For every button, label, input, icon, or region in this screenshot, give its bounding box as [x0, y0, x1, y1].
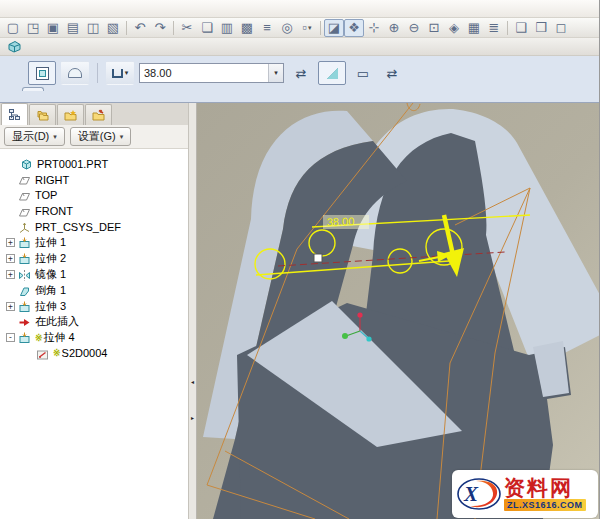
tree-item-extrude-2[interactable]: + 拉伸 2 [4, 251, 188, 267]
menu-info[interactable] [74, 8, 88, 10]
collapse-panel-arrow[interactable]: ◂ [189, 377, 196, 387]
tree-item-extrude-4[interactable]: - ※ 拉伸 4 [4, 330, 188, 346]
tree-item-label[interactable]: PRT0001.PRT [37, 158, 108, 170]
new-file-button[interactable]: ▢ [3, 19, 23, 37]
expand-panel-arrow[interactable]: ▸ [189, 413, 196, 423]
cut-button[interactable]: ✂ [177, 19, 197, 37]
tree-item-label[interactable]: S2D0004 [62, 347, 108, 359]
paste-special-button[interactable]: ▩ [237, 19, 257, 37]
copy-button[interactable]: ❏ [197, 19, 217, 37]
remove-material-button[interactable] [318, 61, 346, 85]
extrude-tool-icon[interactable] [4, 38, 24, 56]
menu-file[interactable] [4, 8, 18, 10]
open-file-button[interactable]: ◳ [23, 19, 43, 37]
depth-value-dropdown[interactable]: ▾ [268, 64, 283, 82]
menu-applications[interactable] [88, 8, 102, 10]
tree-item-front-plane[interactable]: FRONT [4, 203, 188, 219]
redo-button[interactable]: ↷ [150, 19, 170, 37]
tree-item-label[interactable]: 倒角 1 [35, 283, 66, 298]
dashboard-separator [97, 63, 98, 83]
axis-point-green [342, 333, 348, 339]
dashboard-tab-placement[interactable] [22, 87, 44, 91]
show-button[interactable]: 显示(D) [4, 127, 65, 146]
drag-handle[interactable] [314, 254, 322, 262]
print-button[interactable]: ▤ [63, 19, 83, 37]
tree-item-label[interactable]: 在此插入 [35, 314, 79, 329]
depth-value-input[interactable] [140, 64, 268, 82]
save-button[interactable]: ▣ [43, 19, 63, 37]
send-email-button[interactable]: ▧ [103, 19, 123, 37]
paste-button[interactable]: ▥ [217, 19, 237, 37]
menu-window[interactable] [116, 8, 130, 10]
menu-tools[interactable] [102, 8, 116, 10]
graphics-viewport[interactable]: 38.00 [197, 103, 600, 519]
tree-expander[interactable]: + [6, 270, 15, 279]
zoom-out-button[interactable]: ⊖ [404, 19, 424, 37]
menu-insert[interactable] [46, 8, 60, 10]
tab-folder-browser[interactable] [29, 104, 56, 125]
menu-view[interactable] [32, 8, 46, 10]
panel-splitter[interactable]: ◂ ▸ [189, 103, 197, 519]
tree-item-label[interactable]: 镜像 1 [35, 267, 66, 282]
dashboard-tab-options[interactable] [46, 87, 68, 91]
wireframe-view-button[interactable]: ❑ [511, 19, 531, 37]
find-button[interactable]: ◎ [277, 19, 297, 37]
undo-button[interactable]: ↶ [130, 19, 150, 37]
tree-item-icon [18, 300, 32, 313]
tree-expander[interactable]: + [6, 254, 15, 263]
tree-item-mirror-1[interactable]: + 镜像 1 [4, 267, 188, 283]
repaint-button[interactable]: ◪ [324, 19, 344, 37]
flip-direction-button[interactable]: ⇄ [289, 61, 313, 85]
tree-item-label[interactable]: 拉伸 1 [35, 235, 66, 250]
tree-item-right-plane[interactable]: RIGHT [4, 172, 188, 188]
shaded-view-button[interactable]: ◻ [551, 19, 571, 37]
tree-item-label[interactable]: 拉伸 2 [35, 251, 66, 266]
tree-item-label[interactable]: FRONT [35, 205, 73, 217]
flip-material-side-button[interactable]: ⇄ [380, 61, 404, 85]
depth-type-button[interactable]: ▾ [106, 61, 134, 85]
selection-filter-dropdown[interactable]: ▫ [297, 19, 317, 37]
main-toolbar: ▢◳▣▤◫▧↶↷✂❏▥▩≡◎▫◪❖⊹⊕⊖⊡◈▦≣❑❒◻ [0, 18, 600, 38]
menu-analysis[interactable] [60, 8, 74, 10]
watermark-site-name: 资料网 [504, 477, 586, 499]
tree-item-insert-here[interactable]: 在此插入 [4, 314, 188, 330]
toolbar-separator [507, 21, 508, 35]
tab-model-tree[interactable] [1, 103, 28, 125]
menu-edit[interactable] [18, 8, 32, 10]
dashboard-tab-properties[interactable] [70, 87, 92, 91]
tree-item-label[interactable]: RIGHT [35, 174, 69, 186]
view-manager-button[interactable]: ▦ [464, 19, 484, 37]
tree-item-chamfer-1[interactable]: 倒角 1 [4, 282, 188, 298]
tree-item-top-plane[interactable]: TOP [4, 188, 188, 204]
tab-favorites[interactable] [57, 104, 84, 125]
tree-item-label[interactable]: PRT_CSYS_DEF [35, 221, 121, 233]
layers-button[interactable]: ≣ [484, 19, 504, 37]
hidden-line-view-button[interactable]: ❒ [531, 19, 551, 37]
orientation-button[interactable]: ⊹ [364, 19, 384, 37]
select-list-button[interactable]: ≡ [257, 19, 277, 37]
tree-expander[interactable]: + [6, 302, 15, 311]
refit-button[interactable]: ⊡ [424, 19, 444, 37]
tree-item-extrude-1[interactable]: + 拉伸 1 [4, 235, 188, 251]
solid-button[interactable] [28, 61, 56, 85]
thicken-sketch-button[interactable]: ▭ [351, 61, 375, 85]
tree-expander[interactable]: - [6, 333, 15, 342]
menu-help[interactable] [130, 8, 144, 10]
tree-item-sketch[interactable]: ※ S2D0004 [4, 346, 188, 362]
surface-button[interactable] [61, 61, 89, 85]
spin-center-button[interactable]: ❖ [344, 19, 364, 37]
tree-item-csys[interactable]: PRT_CSYS_DEF [4, 219, 188, 235]
zoom-in-button[interactable]: ⊕ [384, 19, 404, 37]
tab-history[interactable] [85, 104, 112, 125]
settings-button[interactable]: 设置(G) [70, 127, 131, 146]
tree-item-label[interactable]: TOP [35, 189, 57, 201]
saved-views-button[interactable]: ◈ [444, 19, 464, 37]
tree-item-extrude-3[interactable]: + 拉伸 3 [4, 298, 188, 314]
feature-toolbar [0, 38, 600, 56]
tree-item-label[interactable]: 拉伸 4 [44, 330, 75, 345]
depth-dimension-label[interactable]: 38.00 [327, 215, 355, 228]
tree-item-part[interactable]: PRT0001.PRT [4, 156, 188, 172]
tree-item-label[interactable]: 拉伸 3 [35, 299, 66, 314]
copy-model-button[interactable]: ◫ [83, 19, 103, 37]
tree-expander[interactable]: + [6, 238, 15, 247]
